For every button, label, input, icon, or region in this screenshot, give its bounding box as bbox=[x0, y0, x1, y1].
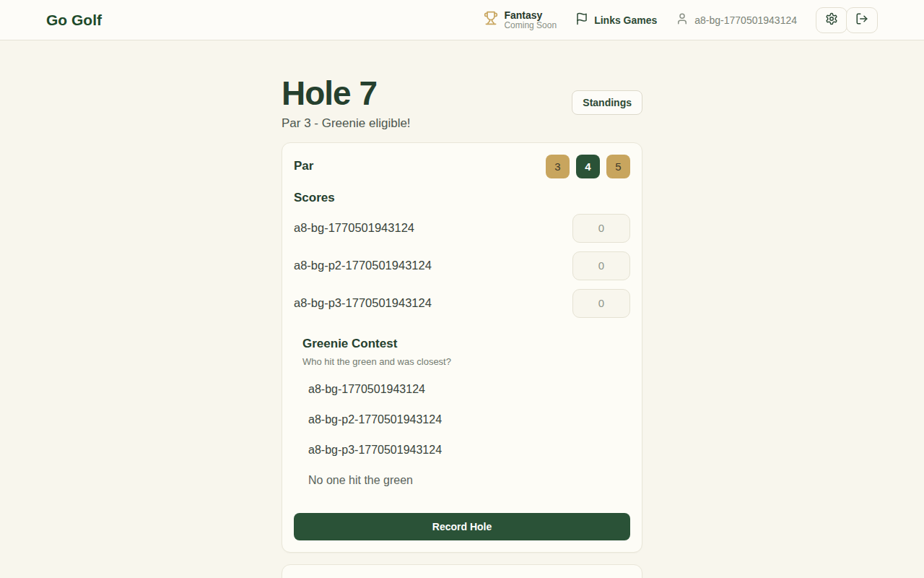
record-hole-button[interactable]: Record Hole bbox=[294, 513, 630, 540]
page-title: Hole 7 bbox=[282, 75, 411, 112]
flag-icon bbox=[575, 12, 588, 28]
greenie-title: Greenie Contest bbox=[302, 337, 630, 351]
nav-item-user[interactable]: a8-bg-1770501943124 bbox=[676, 12, 797, 28]
player-name: a8-bg-p2-1770501943124 bbox=[294, 259, 432, 272]
header-nav: Fantasy Coming Soon Links Games a8-bg-17… bbox=[484, 7, 878, 33]
par-row: Par 3 4 5 bbox=[294, 155, 630, 178]
fantasy-label: Fantasy bbox=[504, 9, 557, 21]
fantasy-sublabel: Coming Soon bbox=[504, 21, 557, 31]
par-4-button[interactable]: 4 bbox=[576, 155, 600, 178]
par-3-button[interactable]: 3 bbox=[546, 155, 570, 178]
greenie-option-no-one[interactable]: No one hit the green bbox=[302, 467, 630, 494]
greenie-option-player3[interactable]: a8-bg-p3-1770501943124 bbox=[302, 436, 630, 464]
score-row: a8-bg-1770501943124 bbox=[294, 214, 630, 243]
user-icon bbox=[676, 12, 689, 28]
score-input[interactable] bbox=[572, 251, 630, 280]
greenie-option-player2[interactable]: a8-bg-p2-1770501943124 bbox=[302, 406, 630, 434]
score-input[interactable] bbox=[572, 214, 630, 243]
links-games-label: Links Games bbox=[594, 14, 657, 26]
logout-button[interactable] bbox=[846, 7, 878, 33]
page-subtitle: Par 3 - Greenie eligible! bbox=[282, 116, 411, 131]
score-row: a8-bg-p3-1770501943124 bbox=[294, 289, 630, 318]
greenie-contest-section: Greenie Contest Who hit the green and wa… bbox=[294, 337, 630, 494]
hole-card: Par 3 4 5 Scores a8-bg-1770501943124 a8-… bbox=[282, 142, 642, 553]
standings-button[interactable]: Standings bbox=[572, 90, 642, 115]
player-name: a8-bg-p3-1770501943124 bbox=[294, 296, 432, 310]
username-label: a8-bg-1770501943124 bbox=[694, 14, 797, 26]
logout-icon bbox=[855, 12, 868, 27]
greenie-question: Who hit the green and was closest? bbox=[302, 356, 630, 367]
par-buttons: 3 4 5 bbox=[546, 155, 630, 178]
scores-label: Scores bbox=[294, 191, 630, 205]
nav-item-fantasy[interactable]: Fantasy Coming Soon bbox=[484, 9, 557, 31]
par-label: Par bbox=[294, 159, 313, 173]
score-input[interactable] bbox=[572, 289, 630, 318]
trophy-icon bbox=[484, 11, 498, 28]
score-row: a8-bg-p2-1770501943124 bbox=[294, 251, 630, 280]
player-name: a8-bg-1770501943124 bbox=[294, 221, 414, 235]
page-head: Hole 7 Par 3 - Greenie eligible! Standin… bbox=[282, 75, 642, 131]
app-header: Go Golf Fantasy Coming Soon Links Games … bbox=[0, 0, 924, 40]
gear-icon bbox=[825, 12, 838, 27]
brand-logo[interactable]: Go Golf bbox=[46, 12, 102, 29]
nav-item-links-games[interactable]: Links Games bbox=[575, 12, 657, 28]
settings-button[interactable] bbox=[816, 7, 847, 33]
greenie-option-player1[interactable]: a8-bg-1770501943124 bbox=[302, 376, 630, 403]
par-5-button[interactable]: 5 bbox=[606, 155, 630, 178]
main-content: Hole 7 Par 3 - Greenie eligible! Standin… bbox=[0, 40, 924, 578]
greenie-options: a8-bg-1770501943124 a8-bg-p2-17705019431… bbox=[302, 376, 630, 494]
current-totals-card: Current Totals bbox=[282, 564, 642, 578]
